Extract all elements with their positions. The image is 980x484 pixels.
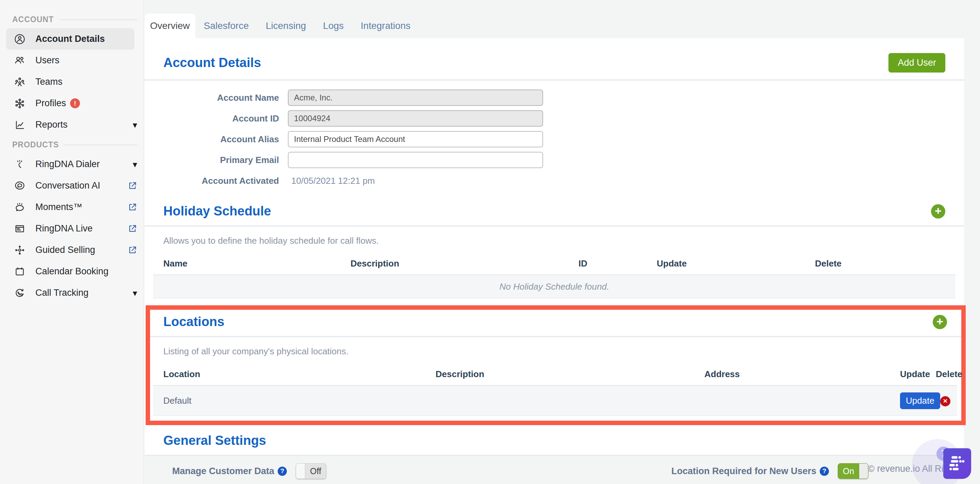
setting-manage-customer-data: Manage Customer Data ? Off — [163, 463, 326, 479]
section-divider — [150, 336, 961, 337]
sidebar-item-label: Profiles — [35, 98, 66, 108]
sidebar-item-label: Call Tracking — [35, 288, 89, 298]
sidebar-section-products: PRODUCTS — [12, 140, 137, 150]
sidebar-item-moments[interactable]: Moments™ — [0, 196, 143, 218]
sidebar: ACCOUNT Account Details Users Teams — [0, 0, 143, 484]
add-user-button[interactable]: Add User — [888, 53, 945, 73]
conversation-ai-icon — [12, 180, 27, 192]
column-header-description: Description — [436, 369, 705, 379]
primary-email-field[interactable] — [288, 152, 543, 168]
sidebar-item-ringdna-dialer[interactable]: RingDNA Dialer ▾ — [0, 153, 143, 175]
toggle-state-label: On — [838, 463, 859, 479]
locations-description: Listing of all your company's physical l… — [163, 346, 947, 357]
sidebar-item-call-tracking[interactable]: Call Tracking ▾ — [0, 282, 143, 304]
dialer-icon — [12, 159, 27, 170]
sidebar-item-label: Guided Selling — [35, 245, 95, 255]
form-row-account-id: Account ID — [163, 110, 945, 127]
live-panel-icon — [12, 223, 27, 234]
tab-licensing[interactable]: Licensing — [257, 14, 314, 38]
guided-selling-icon — [12, 244, 27, 256]
sidebar-item-label: Conversation AI — [35, 180, 100, 191]
account-name-field — [288, 89, 543, 106]
chevron-down-icon: ▾ — [133, 289, 137, 298]
holiday-schedule-empty-row: No Holiday Schedule found. — [153, 275, 956, 298]
toggle-state-label: Off — [305, 463, 326, 479]
account-details-header: Account Details Add User — [163, 53, 945, 73]
page-title: Account Details — [163, 56, 261, 70]
sidebar-item-ringdna-live[interactable]: RingDNA Live — [0, 218, 143, 239]
manage-customer-data-toggle[interactable]: Off — [296, 463, 326, 479]
location-name-cell: Default — [163, 395, 436, 406]
profiles-icon — [12, 98, 27, 109]
column-header-address: Address — [705, 369, 900, 379]
update-location-button[interactable]: Update — [900, 392, 940, 409]
account-details-form: Account Name Account ID Account Alias Pr… — [163, 89, 945, 189]
form-row-primary-email: Primary Email — [163, 152, 945, 168]
account-name-label: Account Name — [163, 92, 279, 103]
sidebar-item-label: Calendar Booking — [35, 266, 108, 277]
holiday-schedule-header: Holiday Schedule + — [163, 204, 945, 218]
sidebar-item-account-details[interactable]: Account Details — [6, 28, 134, 50]
holiday-schedule-table-header: Name Description ID Update Delete — [153, 258, 956, 275]
sidebar-item-conversation-ai[interactable]: Conversation AI — [0, 175, 143, 196]
chat-widget-button[interactable] — [943, 448, 971, 479]
sidebar-item-teams[interactable]: Teams — [0, 71, 143, 92]
account-details-icon — [12, 33, 27, 45]
sidebar-item-users[interactable]: Users — [0, 50, 143, 71]
general-settings-row: Manage Customer Data ? Off Location Requ… — [163, 462, 945, 480]
chevron-down-icon: ▾ — [133, 121, 137, 129]
locations-table-header: Location Description Address Update Dele… — [153, 369, 957, 386]
add-location-button[interactable]: + — [933, 315, 947, 329]
location-delete-cell: ✕ — [940, 395, 950, 406]
setting-location-required: Location Required for New Users ? On — [582, 463, 869, 479]
sidebar-item-guided-selling[interactable]: Guided Selling — [0, 239, 143, 261]
external-link-icon — [128, 202, 137, 212]
external-link-icon — [128, 245, 137, 255]
account-activated-value: 10/05/2021 12:21 pm — [291, 176, 375, 186]
section-divider — [145, 225, 964, 227]
sidebar-item-profiles[interactable]: Profiles ! — [0, 92, 143, 114]
form-row-account-alias: Account Alias — [163, 131, 945, 147]
location-required-label: Location Required for New Users — [582, 466, 816, 476]
sidebar-section-products-label: PRODUCTS — [12, 140, 59, 150]
sidebar-item-calendar-booking[interactable]: Calendar Booking — [0, 261, 143, 282]
help-icon[interactable]: ? — [820, 466, 829, 476]
chevron-down-icon: ▾ — [133, 160, 137, 169]
column-header-delete: Delete — [815, 258, 945, 269]
account-id-field — [288, 110, 543, 127]
soundwave-chat-icon — [947, 453, 968, 474]
sidebar-item-reports[interactable]: Reports ▾ — [0, 114, 143, 135]
users-icon — [12, 55, 27, 66]
column-header-update: Update — [900, 369, 936, 379]
call-tracking-icon — [12, 287, 27, 299]
tab-salesforce[interactable]: Salesforce — [195, 14, 257, 38]
sidebar-item-label: Moments™ — [35, 202, 82, 212]
calendar-icon — [12, 266, 27, 277]
account-alias-field[interactable] — [288, 131, 543, 147]
sidebar-item-label: Users — [35, 55, 60, 66]
teams-icon — [12, 76, 27, 88]
form-row-account-name: Account Name — [163, 89, 945, 106]
toggle-knob — [296, 463, 305, 479]
external-link-icon — [128, 224, 137, 233]
delete-location-icon[interactable]: ✕ — [940, 396, 950, 406]
tab-integrations[interactable]: Integrations — [352, 14, 419, 38]
holiday-schedule-description: Allows you to define the holiday schedul… — [163, 236, 945, 246]
sidebar-item-label: RingDNA Live — [35, 223, 92, 234]
profiles-alert-badge: ! — [70, 99, 80, 108]
help-icon[interactable]: ? — [278, 466, 287, 476]
locations-highlight-box: Locations + Listing of all your company'… — [146, 305, 966, 425]
sidebar-item-label: RingDNA Dialer — [35, 159, 100, 169]
admin-console: ACCOUNT Account Details Users Teams — [0, 0, 980, 484]
add-holiday-schedule-button[interactable]: + — [931, 204, 945, 218]
form-row-account-activated: Account Activated 10/05/2021 12:21 pm — [163, 173, 945, 189]
account-alias-label: Account Alias — [163, 134, 279, 145]
location-required-toggle[interactable]: On — [838, 463, 869, 479]
section-divider-line — [59, 19, 137, 20]
moments-icon — [12, 202, 27, 213]
section-divider — [145, 79, 964, 81]
tab-logs[interactable]: Logs — [314, 14, 352, 38]
toggle-knob — [859, 463, 868, 479]
external-link-icon — [128, 181, 137, 190]
tab-overview[interactable]: Overview — [145, 14, 195, 38]
